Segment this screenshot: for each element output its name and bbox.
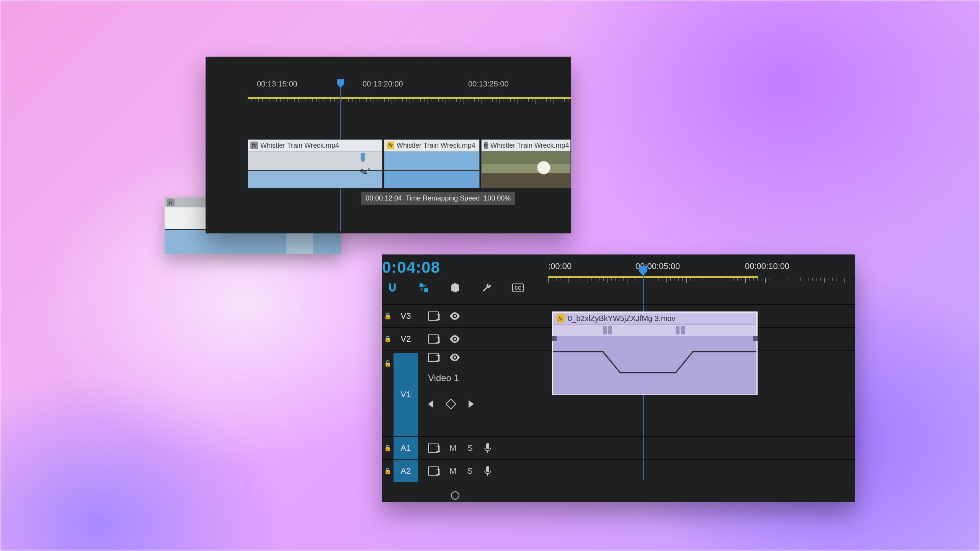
keyframe-nav — [428, 400, 474, 408]
ruler-label: 00:13:15:00 — [257, 80, 297, 88]
source-patch-icon[interactable] — [428, 353, 439, 362]
wrench-icon[interactable] — [480, 281, 493, 294]
speed-curve[interactable] — [553, 336, 756, 395]
eye-icon[interactable] — [449, 312, 460, 320]
eye-icon[interactable] — [449, 335, 460, 343]
timeline-tool-row: CC — [386, 281, 524, 294]
fx-badge-icon: fx — [484, 142, 488, 149]
clip-segment[interactable]: fxWhistler Train Wreck.mp4 — [384, 139, 480, 188]
source-patch-icon[interactable] — [428, 311, 439, 321]
source-patch-icon[interactable] — [428, 334, 439, 344]
time-ruler[interactable]: :00:00 00:00:05:00 00:00:10:00 — [548, 261, 855, 283]
track-name: Video 1 — [428, 373, 474, 383]
source-patch-icon[interactable] — [428, 443, 439, 453]
svg-point-4 — [454, 356, 456, 359]
fx-badge-icon: fx — [556, 314, 565, 323]
solo-button[interactable]: S — [467, 443, 473, 453]
track-id[interactable]: A2 — [394, 460, 418, 482]
add-keyframe-icon[interactable] — [446, 399, 456, 409]
speed-keyframe-icon[interactable] — [361, 153, 365, 160]
svg-rect-8 — [487, 474, 488, 476]
time-ruler[interactable]: 00:13:15:00 00:13:20:00 00:13:25:00 — [206, 72, 571, 95]
value-tooltip: 00:00:12:04 Time Remapping:Speed 100.00% — [361, 192, 515, 205]
lock-icon[interactable]: 🔒 — [384, 444, 392, 452]
source-patch-icon[interactable] — [428, 466, 439, 476]
ruler-label: 00:00:10:00 — [745, 261, 789, 271]
lock-icon[interactable]: 🔒 — [384, 360, 392, 367]
ruler-label: 00:13:25:00 — [468, 80, 509, 88]
captions-icon[interactable]: CC — [511, 281, 524, 294]
timeline-panel-main: 0:04:08 CC :00:00 00:00:05:00 00:00:10:0… — [382, 254, 855, 502]
ruler-label: 00:13:20:00 — [363, 80, 403, 88]
track-row-a1[interactable]: 🔒 A1 M S — [382, 436, 855, 459]
pen-cursor-icon: ✎+ — [359, 165, 372, 178]
clip-name: Whistler Train Wreck.mp4 — [260, 142, 339, 150]
svg-point-2 — [454, 315, 456, 317]
svg-point-3 — [454, 338, 456, 340]
svg-rect-5 — [486, 443, 489, 449]
track-row-a2[interactable]: 🔒 A2 M S — [382, 459, 855, 482]
prev-keyframe-icon[interactable] — [428, 400, 433, 408]
track-id[interactable]: V3 — [394, 305, 418, 327]
mic-icon[interactable] — [483, 466, 492, 476]
clip-name: 0_b2xlZyBkYW5jZXJfMg 3.mov — [568, 314, 675, 323]
eye-icon[interactable] — [449, 354, 460, 361]
mute-button[interactable]: M — [449, 443, 456, 453]
zoom-scroll-handle[interactable] — [451, 491, 459, 500]
clip-thumbnail — [482, 151, 570, 188]
lock-icon[interactable]: 🔒 — [384, 467, 392, 474]
clip-name: Whistler Train Wreck.mp4 — [397, 142, 475, 150]
svg-rect-6 — [487, 451, 488, 453]
track-id[interactable]: V1 — [394, 353, 418, 436]
fx-badge-icon: fx — [250, 142, 258, 149]
clip-track[interactable]: fxWhistler Train Wreck.mp4 ✎+ fxWhistler… — [248, 139, 571, 188]
svg-rect-7 — [486, 466, 489, 472]
next-keyframe-icon[interactable] — [469, 400, 474, 408]
fx-badge-icon: fx — [167, 199, 175, 206]
marker-icon[interactable] — [449, 281, 462, 294]
mute-button[interactable]: M — [449, 466, 456, 476]
timeline-panel-zoomed: 00:13:15:00 00:13:20:00 00:13:25:00 fxWh… — [206, 57, 571, 233]
clip-name: Whistler Train Wreck.mp4 — [490, 142, 569, 150]
mic-icon[interactable] — [483, 443, 492, 453]
current-timecode[interactable]: 0:04:08 — [382, 258, 440, 277]
lock-icon[interactable]: 🔒 — [384, 335, 392, 342]
track-id[interactable]: A1 — [394, 437, 418, 459]
ruler-label: :00:00 — [548, 261, 572, 271]
svg-text:CC: CC — [514, 285, 521, 291]
track-id[interactable]: V2 — [394, 328, 418, 350]
solo-button[interactable]: S — [467, 466, 473, 476]
clip-segment[interactable]: fx0_b2xlZyBkYW5jZXJfMg 3.mov — [552, 311, 758, 395]
linked-selection-icon[interactable] — [417, 281, 430, 294]
clip-segment[interactable]: fxWhistler Train Wreck.mp4 — [481, 139, 571, 188]
clip-segment[interactable]: fxWhistler Train Wreck.mp4 ✎+ — [248, 139, 382, 188]
lock-icon[interactable]: 🔒 — [384, 312, 392, 320]
fx-badge-icon: fx — [387, 142, 394, 149]
snap-icon[interactable] — [386, 281, 399, 294]
